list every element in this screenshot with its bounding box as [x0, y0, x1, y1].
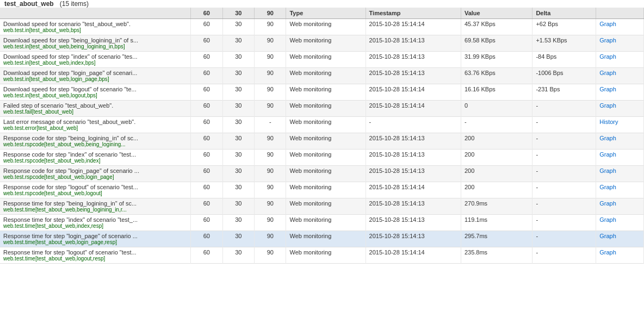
row-action[interactable]: Graph — [596, 166, 644, 182]
row-c30: 30 — [222, 247, 254, 264]
row-type: Web monitoring — [286, 150, 366, 166]
row-type: Web monitoring — [286, 231, 366, 247]
col-delta: Delta — [532, 8, 596, 19]
row-value: 16.16 KBps — [461, 84, 532, 101]
row-desc: Download speed for step "index" of scena… — [0, 52, 191, 68]
col-90: 90 — [255, 8, 286, 19]
row-c60: 60 — [191, 198, 222, 215]
col-type: Type — [286, 8, 366, 19]
row-c30: 30 — [222, 84, 254, 101]
row-c30: 30 — [222, 68, 254, 84]
row-action[interactable]: Graph — [596, 247, 644, 264]
row-c30: 30 — [222, 182, 254, 198]
row-timestamp: 2015-10-28 15:14:13 — [366, 166, 461, 182]
row-action[interactable]: Graph — [596, 133, 644, 150]
row-c90: 90 — [255, 68, 286, 84]
row-c60: 60 — [191, 215, 222, 231]
row-c90: 90 — [255, 247, 286, 264]
table-row: Failed step of scenario "test_about_web"… — [0, 101, 644, 117]
graph-link[interactable]: Graph — [599, 21, 616, 27]
row-value: 45.37 KBps — [461, 19, 532, 35]
col-30: 30 — [222, 8, 254, 19]
graph-link[interactable]: Graph — [599, 249, 616, 256]
row-action[interactable]: Graph — [596, 215, 644, 231]
page-title: test_about_web — [0, 0, 58, 10]
row-delta: - — [532, 150, 596, 166]
row-c90: 90 — [255, 35, 286, 52]
row-c90: 90 — [255, 198, 286, 215]
row-desc: Download speed for scenario "test_about_… — [0, 19, 191, 35]
row-c60: 60 — [191, 52, 222, 68]
row-action[interactable]: Graph — [596, 52, 644, 68]
row-type: Web monitoring — [286, 247, 366, 264]
graph-link[interactable]: Graph — [599, 184, 616, 190]
row-timestamp: 2015-10-28 15:14:14 — [366, 84, 461, 101]
graph-link[interactable]: Graph — [599, 167, 616, 174]
table-row: Response time for step "login_page" of s… — [0, 231, 644, 247]
row-delta: +1.53 KBps — [532, 35, 596, 52]
row-c30: 30 — [222, 19, 254, 35]
row-c30: 30 — [222, 215, 254, 231]
graph-link[interactable]: Graph — [599, 37, 616, 43]
row-value: 235.8ms — [461, 247, 532, 264]
row-c30: 30 — [222, 117, 254, 133]
row-action[interactable]: History — [596, 117, 644, 133]
row-value: 119.1ms — [461, 215, 532, 231]
row-delta: -84 Bps — [532, 52, 596, 68]
table-row: Download speed for step "login_page" of … — [0, 68, 644, 84]
graph-link[interactable]: Graph — [599, 53, 616, 60]
row-c90: - — [255, 117, 286, 133]
col-timestamp: Timestamp — [366, 8, 461, 19]
row-action[interactable]: Graph — [596, 150, 644, 166]
row-type: Web monitoring — [286, 198, 366, 215]
row-action[interactable]: Graph — [596, 198, 644, 215]
graph-link[interactable]: Graph — [599, 200, 616, 207]
graph-link[interactable]: Graph — [599, 233, 616, 239]
row-desc: Download speed for step "login_page" of … — [0, 68, 191, 84]
row-desc: Download speed for step "being_logining_… — [0, 35, 191, 52]
graph-link[interactable]: Graph — [599, 216, 616, 223]
row-value: 63.76 KBps — [461, 68, 532, 84]
graph-link[interactable]: Graph — [599, 135, 616, 141]
graph-link[interactable]: Graph — [599, 151, 616, 158]
table-row: Response time for step "index" of scenar… — [0, 215, 644, 231]
table-row: Download speed for step "index" of scena… — [0, 52, 644, 68]
history-link[interactable]: History — [599, 119, 618, 125]
item-count: (15 items) — [60, 0, 89, 10]
graph-link[interactable]: Graph — [599, 70, 616, 76]
row-action[interactable]: Graph — [596, 101, 644, 117]
row-delta: - — [532, 247, 596, 264]
row-timestamp: - — [366, 117, 461, 133]
row-action[interactable]: Graph — [596, 182, 644, 198]
row-type: Web monitoring — [286, 215, 366, 231]
row-c30: 30 — [222, 231, 254, 247]
row-delta: - — [532, 166, 596, 182]
table-row: Response time for step "logout" of scena… — [0, 247, 644, 264]
row-action[interactable]: Graph — [596, 19, 644, 35]
row-action[interactable]: Graph — [596, 68, 644, 84]
row-action[interactable]: Graph — [596, 35, 644, 52]
row-value: 200 — [461, 150, 532, 166]
row-delta: - — [532, 198, 596, 215]
row-timestamp: 2015-10-28 15:14:13 — [366, 215, 461, 231]
row-type: Web monitoring — [286, 182, 366, 198]
row-value: 0 — [461, 101, 532, 117]
row-delta: +62 Bps — [532, 19, 596, 35]
row-c90: 90 — [255, 166, 286, 182]
row-action[interactable]: Graph — [596, 84, 644, 101]
row-c30: 30 — [222, 133, 254, 150]
row-c90: 90 — [255, 101, 286, 117]
row-c30: 30 — [222, 35, 254, 52]
row-c30: 30 — [222, 52, 254, 68]
row-type: Web monitoring — [286, 68, 366, 84]
row-c30: 30 — [222, 198, 254, 215]
row-c90: 90 — [255, 52, 286, 68]
row-timestamp: 2015-10-28 15:14:13 — [366, 52, 461, 68]
row-action[interactable]: Graph — [596, 231, 644, 247]
row-timestamp: 2015-10-28 15:14:14 — [366, 19, 461, 35]
row-c60: 60 — [191, 133, 222, 150]
graph-link[interactable]: Graph — [599, 86, 616, 92]
page-header: test_about_web (15 items) — [0, 0, 644, 8]
graph-link[interactable]: Graph — [599, 102, 616, 109]
col-action — [596, 8, 644, 19]
